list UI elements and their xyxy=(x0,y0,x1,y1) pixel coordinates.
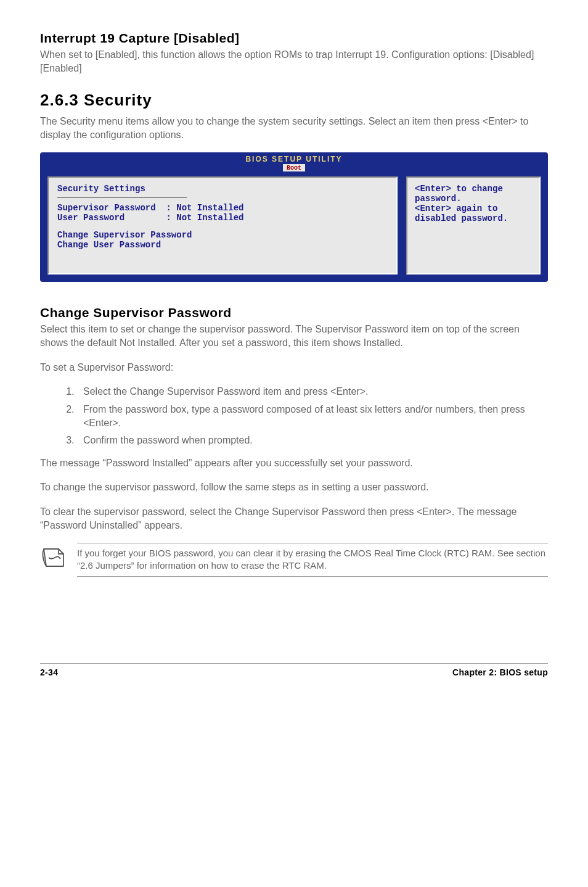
step-2: From the password box, type a password c… xyxy=(77,403,548,431)
bios-header-tab: Boot xyxy=(287,165,301,171)
change-password-p2: To set a Supervisor Password: xyxy=(40,361,548,374)
bios-supervisor-label: Supervisor Password xyxy=(57,203,156,213)
change-password-title: Change Supervisor Password xyxy=(40,305,548,320)
bios-setup-panel: BIOS SETUP UTILITY Boot Security Setting… xyxy=(40,152,548,282)
bios-supervisor-value: : Not Installed xyxy=(166,203,243,213)
footer-page-number: 2-34 xyxy=(40,667,58,677)
page-footer: 2-34 Chapter 2: BIOS setup xyxy=(40,663,548,677)
bios-header-title: BIOS SETUP UTILITY xyxy=(245,155,342,163)
change-password-p1: Select this item to set or change the su… xyxy=(40,323,548,349)
interrupt-desc: When set to [Enabled], this function all… xyxy=(40,48,548,75)
change-password-p3: The message “Password Installed” appears… xyxy=(40,456,548,470)
bios-security-settings-label: Security Settings xyxy=(57,184,388,194)
step-1: Select the Change Supervisor Password it… xyxy=(77,385,548,398)
note-block: If you forget your BIOS password, you ca… xyxy=(40,543,548,577)
step-3: Confirm the password when prompted. xyxy=(77,434,548,447)
bios-change-user[interactable]: Change User Password xyxy=(57,240,388,250)
note-text: If you forget your BIOS password, you ca… xyxy=(77,547,548,572)
bios-help-pane: <Enter> to change password. <Enter> agai… xyxy=(406,176,541,274)
bios-shadow-decoration xyxy=(47,288,541,294)
bios-help-line2: password. xyxy=(415,194,532,204)
bios-user-label: User Password xyxy=(57,213,125,223)
bios-divider xyxy=(57,197,187,198)
bios-left-pane: Security Settings Supervisor Password : … xyxy=(47,176,398,274)
note-icon xyxy=(40,543,77,577)
security-section-desc: The Security menu items allow you to cha… xyxy=(40,115,548,141)
change-password-p5: To clear the supervisor password, select… xyxy=(40,505,548,532)
footer-chapter-label: Chapter 2: BIOS setup xyxy=(452,667,548,677)
security-section-title: 2.6.3 Security xyxy=(40,91,548,110)
interrupt-title: Interrupt 19 Capture [Disabled] xyxy=(40,31,548,46)
change-password-steps: Select the Change Supervisor Password it… xyxy=(77,385,548,448)
bios-help-line3: <Enter> again to xyxy=(415,204,532,213)
change-password-p4: To change the supervisor password, follo… xyxy=(40,481,548,494)
bios-change-supervisor[interactable]: Change Supervisor Password xyxy=(57,230,388,240)
bios-help-line1: <Enter> to change xyxy=(415,184,532,194)
bios-user-value: : Not Installed xyxy=(166,213,243,223)
bios-header: BIOS SETUP UTILITY Boot xyxy=(40,152,548,176)
bios-help-line4: disabled password. xyxy=(415,213,532,223)
